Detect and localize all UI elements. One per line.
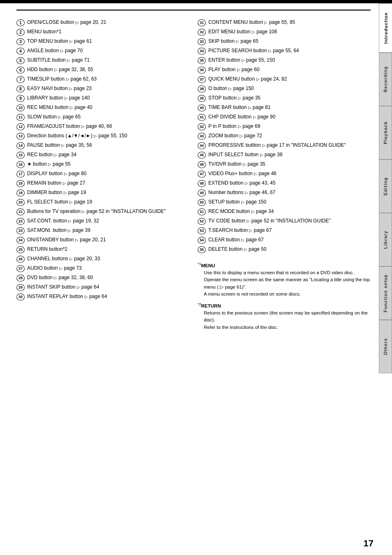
list-item: 52TV CODE button ▷ page 52 in "INSTALLAT… — [198, 217, 371, 225]
page-number: 17 — [364, 538, 374, 549]
item-number: 5 — [16, 57, 25, 64]
item-number: 28 — [16, 275, 25, 282]
arrow-icon: ▷ — [251, 209, 255, 214]
item-number: 9 — [16, 95, 25, 102]
item-text: Number buttons ▷ page 46, 67 — [208, 189, 371, 196]
list-item: 53T.SEARCH button ▷ page 67 — [198, 227, 371, 234]
list-item: 20FL SELECT button ▷ page 19 — [16, 199, 189, 206]
arrow-icon: ▷ — [82, 209, 85, 214]
list-item: 11SLOW button ▷ page 65 — [16, 113, 189, 121]
sidebar-tab-others[interactable]: Others — [379, 320, 392, 373]
item-text: RETURN button*2 — [27, 246, 189, 253]
item-number: 46 — [198, 161, 206, 168]
note-note1: *1MENUUse this to display a menu screen … — [198, 261, 371, 298]
item-text: MENU button*1 — [27, 28, 189, 35]
arrow-icon: ▷ — [68, 228, 71, 233]
arrow-icon: ▷ — [81, 124, 85, 129]
list-item: 8EASY NAVI button ▷ page 23 — [16, 85, 189, 92]
list-item: 28DVD button ▷ page 32, 38, 60 — [16, 274, 189, 282]
item-number: 27 — [16, 265, 25, 272]
item-text: DIMMER button ▷ page 19 — [27, 189, 189, 196]
list-item: 9LIBRARY button ▷ page 140 — [16, 95, 189, 102]
list-item: 7TIMESLIP button ▷ page 62, 63 — [16, 76, 189, 83]
item-text: TIME BAR button ▷ page 81 — [208, 104, 371, 111]
item-number: 16 — [16, 161, 25, 168]
item-text: ENTER button ▷ page 55, 150 — [208, 57, 371, 64]
item-number: 19 — [16, 190, 25, 197]
sidebar-tab-function[interactable]: Function setup — [379, 266, 392, 320]
item-number: 51 — [198, 208, 206, 215]
sidebar-tab-recording[interactable]: Recording — [379, 53, 392, 106]
arrow-icon: ▷ — [85, 294, 88, 299]
arrow-icon: ▷ — [228, 86, 232, 91]
arrow-icon: ▷ — [247, 219, 250, 223]
item-number: 13 — [16, 133, 25, 140]
list-item: 33SKIP button ▷ page 65 — [198, 38, 371, 45]
item-text: ANGLE button ▷ page 70 — [27, 47, 189, 54]
list-item: 23SAT.MONI. button ▷ page 39 — [16, 227, 189, 234]
list-item: 3TOP MENU button ▷ page 61 — [16, 38, 189, 45]
item-text: FRAME/ADJUST button ▷ page 40, 66 — [27, 123, 189, 130]
item-number: 26 — [16, 256, 25, 263]
list-item: 13Direction buttons (▲/▼/◄/►) ▷ page 55,… — [16, 132, 189, 140]
item-text: LIBRARY button ▷ page 140 — [27, 95, 189, 102]
list-item: 55DELETE button ▷ page 50 — [198, 246, 371, 253]
arrow-icon: ▷ — [54, 153, 57, 157]
arrow-icon: ▷ — [253, 115, 256, 119]
sidebar-tab-editing[interactable]: Editing — [379, 160, 392, 213]
list-item: 10REC MENU button ▷ page 40 — [16, 104, 189, 111]
item-text: PAUSE buttton ▷ page 35, 56 — [27, 142, 189, 149]
item-text: TOP MENU button ▷ page 61 — [27, 38, 189, 45]
sidebar-tab-recording-label: Recording — [383, 63, 388, 95]
list-item: 29INSTANT SKIP button ▷ page 64 — [16, 284, 189, 291]
note-line: A menu screen is not recorded on some di… — [198, 291, 371, 298]
item-text: SKIP button ▷ page 65 — [208, 38, 371, 45]
sidebar-tab-introduction[interactable]: Introduction — [379, 3, 392, 53]
item-number: 33 — [198, 38, 206, 45]
arrow-icon: ▷ — [76, 20, 79, 25]
item-text: REC button ▷ page 34 — [27, 151, 189, 158]
list-item: 15REC button ▷ page 34 — [16, 151, 189, 159]
item-text: HDD button ▷ page 32, 38, 55 — [27, 66, 189, 73]
item-number: 3 — [16, 38, 25, 45]
item-number: 17 — [16, 171, 25, 178]
page-container: Introduction Recording Playback Editing … — [0, 0, 392, 555]
arrow-icon: ▷ — [69, 200, 73, 204]
arrow-icon: ▷ — [264, 20, 267, 25]
item-text: TIMESLIP button ▷ page 62, 63 — [27, 76, 189, 83]
item-text: EXTEND button ▷ page 43, 45 — [208, 180, 371, 187]
arrow-icon: ▷ — [243, 162, 246, 166]
item-number: 47 — [198, 171, 206, 178]
list-item: 39STOP button ▷ page 35 — [198, 95, 371, 102]
arrow-icon: ▷ — [69, 86, 72, 91]
item-text: DISPLAY button ▷ page 80 — [27, 170, 189, 177]
arrow-icon: ▷ — [256, 77, 260, 81]
item-text: STOP button ▷ page 35 — [208, 95, 371, 102]
list-item: 6HDD button ▷ page 32, 38, 55 — [16, 66, 189, 74]
list-item: 36PLAY button ▷ page 60 — [198, 66, 371, 74]
sidebar-tab-library[interactable]: Library — [379, 213, 392, 266]
list-item: 48EXTEND button ▷ page 43, 45 — [198, 180, 371, 187]
right-item-list: 31CONTENT MENU button ▷ page 55, 9532EDI… — [198, 19, 371, 253]
item-number: 1 — [16, 19, 25, 26]
arrow-icon: ▷ — [77, 285, 80, 289]
item-number: 40 — [198, 104, 206, 111]
item-text: Direction buttons (▲/▼/◄/►) ▷ page 55, 1… — [27, 132, 189, 139]
item-number: 32 — [198, 29, 206, 36]
note-line: Refer to the instructions of the disc. — [198, 324, 371, 331]
item-number: 18 — [16, 180, 25, 187]
list-item: 38O button ▷ page 150 — [198, 85, 371, 92]
item-number: 24 — [16, 237, 25, 244]
arrow-icon: ▷ — [69, 39, 73, 44]
item-number: 20 — [16, 199, 25, 206]
item-text: INSTANT REPLAY button ▷ page 64 — [27, 293, 189, 300]
item-number: 14 — [16, 142, 25, 149]
arrow-icon: ▷ — [75, 238, 78, 242]
sidebar-tab-playback[interactable]: Playback — [379, 106, 392, 160]
sidebar-tab-playback-label: Playback — [383, 118, 388, 148]
item-text: REMAIN button ▷ page 27 — [27, 180, 189, 187]
item-number: 42 — [198, 123, 206, 130]
list-item: 50SETUP button ▷ page 150 — [198, 199, 371, 206]
list-item: 22SAT.CONT. button ▷ page 19, 32 — [16, 217, 189, 225]
item-number: 34 — [198, 48, 206, 55]
